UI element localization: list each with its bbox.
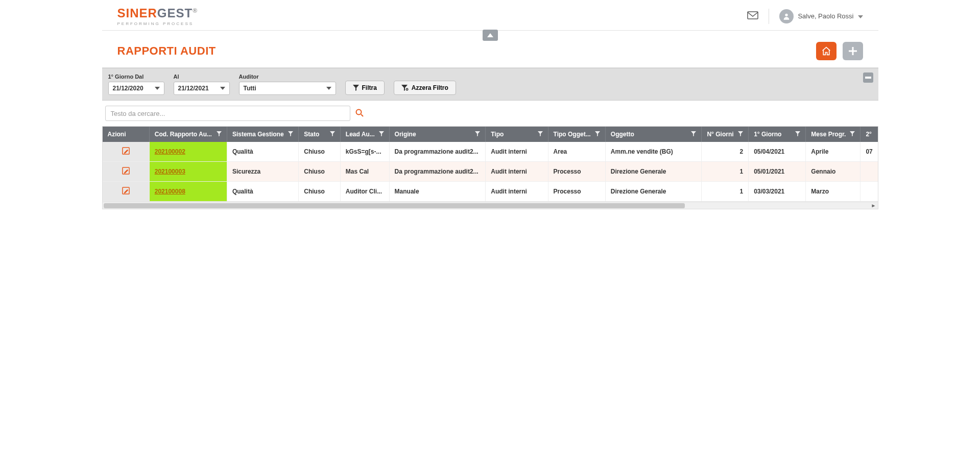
filter-icon[interactable]	[217, 131, 222, 138]
filter-icon[interactable]	[379, 131, 384, 138]
cell-oggetto: Amm.ne vendite (BG)	[605, 142, 702, 162]
cell-lead: Mas Cal	[340, 162, 389, 182]
th-sistema: Sistema Gestione	[232, 131, 284, 138]
filter-icon[interactable]	[691, 131, 696, 138]
th-cod: Cod. Rapporto Au...	[155, 131, 212, 138]
cell-actions	[103, 182, 150, 202]
chevron-down-icon	[858, 12, 863, 20]
chevron-down-icon	[326, 87, 331, 90]
th-azioni: Azioni	[108, 131, 126, 138]
cell-ngiorni: 1	[702, 162, 749, 182]
cell-cod: 202100008	[149, 182, 227, 202]
logo: SINERGEST® PERFORMING PROCESS	[117, 6, 198, 26]
svg-rect-0	[748, 12, 758, 19]
th-oggetto: Oggetto	[611, 131, 634, 138]
cell-lead: Auditor Cli...	[340, 182, 389, 202]
filter-icon[interactable]	[475, 131, 480, 138]
th-origine: Origine	[395, 131, 416, 138]
filter-icon[interactable]	[330, 131, 335, 138]
th-secondo: 2°	[866, 131, 871, 138]
filter-icon[interactable]	[288, 131, 293, 138]
cell-actions	[103, 162, 150, 182]
cell-origine: Manuale	[389, 182, 486, 202]
cell-lead: kGsS=g[s-...	[340, 142, 389, 162]
auditor-value: Tutti	[244, 85, 256, 92]
cell-primo: 05/04/2021	[749, 142, 806, 162]
cell-stato: Chiuso	[299, 162, 341, 182]
cell-primo: 03/03/2021	[749, 182, 806, 202]
cell-origine: Da programmazione audit2...	[389, 162, 486, 182]
cod-link[interactable]: 202100008	[155, 188, 185, 195]
date-from-select[interactable]: 21/12/2020	[108, 82, 164, 95]
th-ngiorni: N° Giorni	[707, 131, 733, 138]
svg-point-1	[785, 13, 788, 16]
filter-icon[interactable]	[795, 131, 800, 138]
cell-actions	[103, 142, 150, 162]
cell-secondo	[861, 182, 878, 202]
filter-icon[interactable]	[850, 131, 855, 138]
cod-link[interactable]: 202100003	[155, 168, 185, 175]
separator	[769, 9, 769, 24]
auditor-label: Auditor	[239, 74, 336, 80]
cell-cod: 202100002	[149, 142, 227, 162]
cell-tipo: Audit interni	[486, 142, 548, 162]
th-primo: 1° Giorno	[754, 131, 781, 138]
date-to-select[interactable]: 21/12/2021	[174, 82, 230, 95]
cell-sistema: Qualità	[227, 142, 298, 162]
filter-button[interactable]: Filtra	[345, 81, 385, 95]
cell-oggetto: Direzione Generale	[605, 182, 702, 202]
cell-tipo-ogg: Area	[548, 142, 605, 162]
audit-table: Azioni Cod. Rapporto Au... Sistema Gesti…	[103, 127, 878, 202]
collapse-filter-button[interactable]	[863, 72, 873, 83]
home-button[interactable]	[816, 42, 836, 60]
cell-tipo-ogg: Processo	[548, 162, 605, 182]
table-row: 202100002QualitàChiusokGsS=g[s-...Da pro…	[103, 142, 878, 162]
filter-bar: 1° Giorno Dal 21/12/2020 Al 21/12/2021 A…	[102, 68, 878, 101]
table-row: 202100003SicurezzaChiusoMas CalDa progra…	[103, 162, 878, 182]
cell-sistema: Sicurezza	[227, 162, 298, 182]
cell-mese: Aprile	[806, 142, 861, 162]
edit-button[interactable]	[122, 189, 130, 196]
horizontal-scrollbar[interactable]: ◄ ►	[102, 202, 878, 209]
date-to-label: Al	[174, 74, 230, 80]
table-wrap: Azioni Cod. Rapporto Au... Sistema Gesti…	[102, 126, 878, 202]
date-from-value: 21/12/2020	[113, 85, 144, 92]
add-button[interactable]	[843, 42, 863, 60]
search-button[interactable]	[355, 109, 364, 118]
search-input[interactable]: Testo da cercare...	[105, 106, 350, 121]
cell-mese: Gennaio	[806, 162, 861, 182]
logo-part-a: SINER	[117, 6, 157, 20]
filter-icon[interactable]	[595, 131, 600, 138]
mail-icon[interactable]	[747, 11, 758, 21]
search-row: Testo da cercare...	[102, 101, 878, 126]
topbar: SINERGEST® PERFORMING PROCESS Salve, Pao…	[102, 0, 878, 31]
auditor-select[interactable]: Tutti	[239, 82, 336, 95]
cell-cod: 202100003	[149, 162, 227, 182]
th-tipo: Tipo	[491, 131, 504, 138]
cell-stato: Chiuso	[299, 182, 341, 202]
filter-icon[interactable]	[738, 131, 743, 138]
cell-tipo: Audit interni	[486, 182, 548, 202]
th-stato: Stato	[304, 131, 319, 138]
table-row: 202100008QualitàChiusoAuditor Cli...Manu…	[103, 182, 878, 202]
cell-ngiorni: 1	[702, 182, 749, 202]
cell-ngiorni: 2	[702, 142, 749, 162]
collapse-header-button[interactable]	[483, 30, 498, 41]
clear-filter-label: Azzera Filtro	[412, 84, 448, 91]
logo-subtitle: PERFORMING PROCESS	[117, 21, 198, 26]
avatar-icon	[779, 9, 794, 23]
cod-link[interactable]: 202100002	[155, 148, 185, 155]
cell-tipo: Audit interni	[486, 162, 548, 182]
cell-primo: 05/01/2021	[749, 162, 806, 182]
filter-icon[interactable]	[538, 131, 543, 138]
scroll-thumb[interactable]	[104, 203, 685, 208]
clear-filter-button[interactable]: Azzera Filtro	[394, 81, 456, 95]
edit-button[interactable]	[122, 169, 130, 176]
greeting-text: Salve, Paolo Rossi	[798, 12, 853, 20]
date-to-value: 21/12/2021	[178, 85, 209, 92]
cell-origine: Da programmazione audit2...	[389, 142, 486, 162]
edit-button[interactable]	[122, 149, 130, 156]
page-title: RAPPORTI AUDIT	[117, 44, 216, 58]
user-greeting[interactable]: Salve, Paolo Rossi	[779, 9, 863, 23]
scroll-right-icon: ►	[871, 203, 876, 208]
